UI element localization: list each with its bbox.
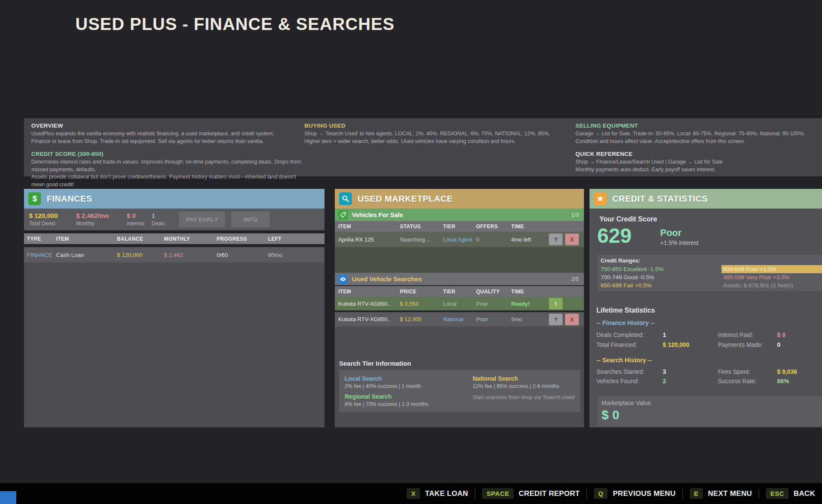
local-search-name: Local Search xyxy=(345,375,428,382)
sale-cancel-button[interactable]: X xyxy=(565,234,579,245)
interest-paid-value: $ 0 xyxy=(777,331,785,338)
interest-paid-label: Interest Paid: xyxy=(718,331,754,338)
vehicles-for-sale-bar: Vehicles For Sale 1/3 xyxy=(335,209,584,221)
buying-used-heading: BUYING USED xyxy=(304,122,572,129)
credit-score-label: Your Credit Score xyxy=(599,215,657,223)
overview-block: OVERVIEW UsedPlus expands the vanilla ec… xyxy=(31,122,305,145)
range-poor-current: 600-649 Poor +1.5% xyxy=(721,265,822,273)
back-keybind[interactable]: ESC BACK xyxy=(766,488,815,499)
search-icon xyxy=(339,192,352,205)
search-start-note: Start searches from shop via 'Search Use… xyxy=(473,394,575,400)
success-rate-label: Success Rate: xyxy=(718,378,756,385)
total-financed-label: Total Financed: xyxy=(596,341,637,348)
search-price: $ 12,000 xyxy=(400,316,443,322)
keybind-bar: X TAKE LOAN SPACE CREDIT REPORT Q PREVIO… xyxy=(0,483,822,504)
total-financed-value: $ 120,000 xyxy=(663,341,689,348)
sale-item: Aprilia RX 125 xyxy=(338,236,400,243)
payments-made-value: 0 xyxy=(777,341,780,348)
search-item: Kubota RTV-XG850.. xyxy=(338,301,400,307)
credit-score-value: 629 xyxy=(597,224,631,248)
search-time: Ready! xyxy=(511,301,584,307)
sale-info-button[interactable]: ? xyxy=(549,234,563,245)
used-marketplace-panel: USED MARKETPLACE Vehicles For Sale 1/3 I… xyxy=(335,189,584,427)
credit-score-line: Determines interest rates and trade-in v… xyxy=(31,158,305,173)
loan-progress: 0/60 xyxy=(217,252,268,258)
loan-type: FINANCE xyxy=(27,252,56,258)
regional-search-detail: 6% fee | 70% success | 1-3 months xyxy=(345,401,428,407)
deals-completed-value: 1 xyxy=(663,331,666,338)
quick-reference-line: Monthly payments auto-deduct. Early payo… xyxy=(575,166,822,174)
search-ready-button[interactable]: ! xyxy=(549,298,563,310)
corner-marker xyxy=(0,491,16,504)
finances-body xyxy=(24,262,325,427)
pay-early-button[interactable]: PAY EARLY xyxy=(179,212,225,227)
search-item: Kubota RTV-XG850.. xyxy=(338,316,400,322)
marketplace-value-box: Marketplace Value: $ 0 xyxy=(597,396,822,426)
credit-header: ★ CREDIT & STATISTICS xyxy=(590,189,822,209)
lifetime-statistics-heading: Lifetime Statistics xyxy=(596,307,655,314)
searches-count: 2/5 xyxy=(571,276,579,282)
search-result-row[interactable]: Kubota RTV-XG850.. $ 12,000 National Poo… xyxy=(335,312,584,326)
credit-report-keybind[interactable]: SPACE CREDIT REPORT xyxy=(482,488,580,499)
dollar-icon: $ xyxy=(28,192,41,205)
deals-completed-label: Deals Completed: xyxy=(596,331,644,338)
sale-tier: Local Agent xyxy=(443,236,476,243)
monthly-stat: $ 2,462/mo Monthly: xyxy=(76,212,109,227)
tier-info-heading: Search Tier Information xyxy=(339,360,411,367)
marketplace-title: USED MARKETPLACE xyxy=(357,194,453,204)
next-menu-keybind[interactable]: E NEXT MENU xyxy=(690,488,752,499)
marketplace-value-amount: $ 0 xyxy=(602,408,619,422)
search-quality: Poor xyxy=(476,301,511,307)
credit-score-heading: CREDIT SCORE (300-850) xyxy=(31,151,305,157)
finances-header: $ FINANCES xyxy=(24,189,325,209)
keybar-divider xyxy=(587,489,587,498)
loan-item: Cash Loan xyxy=(56,252,117,258)
national-search-detail: 12% fee | 85% success | 2-6 months xyxy=(473,383,575,389)
buying-used-line: Shop → 'Search Used' to hire agents. LOC… xyxy=(304,130,572,138)
marketplace-value-label: Marketplace Value: xyxy=(602,400,652,406)
search-result-row[interactable]: Kubota RTV-XG850.. $ 3,553 Local Poor Re… xyxy=(335,297,584,310)
credit-title: CREDIT & STATISTICS xyxy=(612,194,708,204)
search-history-heading: -- Search History -- xyxy=(596,357,652,364)
info-button[interactable]: INFO xyxy=(231,212,270,227)
range-fair: 650-699 Fair +0.5% xyxy=(601,281,664,289)
loan-monthly: $ 2,462 xyxy=(164,252,217,258)
tier-info-box: Local Search 2% fee | 40% success | 1 mo… xyxy=(339,370,580,412)
help-column-right: SELLING EQUIPMENT Garage → List for Sale… xyxy=(575,122,822,179)
fees-spent-value: $ 9,036 xyxy=(777,368,797,375)
range-good: 700-749 Good -0.5% xyxy=(601,273,664,281)
vehicle-sale-row[interactable]: Aprilia RX 125 Searching... Local Agent … xyxy=(335,232,584,247)
range-excellent: 750-850 Excellent -1.5% xyxy=(601,265,664,273)
search-tier: National xyxy=(443,316,476,322)
assets-value: Assets: $ 678,901 (1 fields) xyxy=(721,281,822,289)
page-title: USED PLUS - FINANCE & SEARCHES xyxy=(75,15,395,34)
key-esc: ESC xyxy=(766,488,788,499)
finances-panel: $ FINANCES $ 120,000 Total Owed: $ 2,462… xyxy=(24,189,325,427)
payments-made-label: Payments Made: xyxy=(718,341,763,348)
marketplace-body: Search Tier Information Local Search 2% … xyxy=(335,326,584,427)
finance-loan-row[interactable]: FINANCE Cash Loan $ 120,000 $ 2,462 0/60… xyxy=(24,247,325,262)
sale-offers: 0 xyxy=(476,236,511,243)
finances-stats-bar: $ 120,000 Total Owed: $ 2,462/mo Monthly… xyxy=(24,209,325,230)
marketplace-header: USED MARKETPLACE xyxy=(335,189,584,209)
vehicles-found-value: 2 xyxy=(663,378,666,385)
buying-used-line: Higher tiers = wider search, better odds… xyxy=(304,138,572,146)
credit-rating: Poor xyxy=(660,227,682,239)
previous-menu-keybind[interactable]: Q PREVIOUS MENU xyxy=(594,488,676,499)
key-space: SPACE xyxy=(482,488,513,499)
vehicles-for-sale-title: Vehicles For Sale xyxy=(352,212,403,218)
success-rate-value: 66% xyxy=(777,378,789,385)
regional-search-name: Regional Search xyxy=(345,393,428,400)
loan-balance: $ 120,000 xyxy=(117,252,164,258)
take-loan-keybind[interactable]: X TAKE LOAN xyxy=(407,488,468,499)
search-info-button[interactable]: ? xyxy=(549,313,563,325)
total-owed-stat: $ 120,000 Total Owed: xyxy=(29,212,58,227)
search-cancel-button[interactable]: X xyxy=(565,313,579,325)
credit-interest: +1.5% interest xyxy=(660,239,699,246)
credit-body: Your Credit Score 629 Poor +1.5% interes… xyxy=(590,209,822,427)
help-column-middle: BUYING USED Shop → 'Search Used' to hire… xyxy=(304,122,572,151)
credit-ranges-heading: Credit Ranges: xyxy=(601,257,640,264)
credit-score-block: CREDIT SCORE (300-850) Determines intere… xyxy=(31,151,305,188)
keybar-divider xyxy=(682,489,683,498)
help-panel: OVERVIEW UsedPlus expands the vanilla ec… xyxy=(24,118,822,176)
